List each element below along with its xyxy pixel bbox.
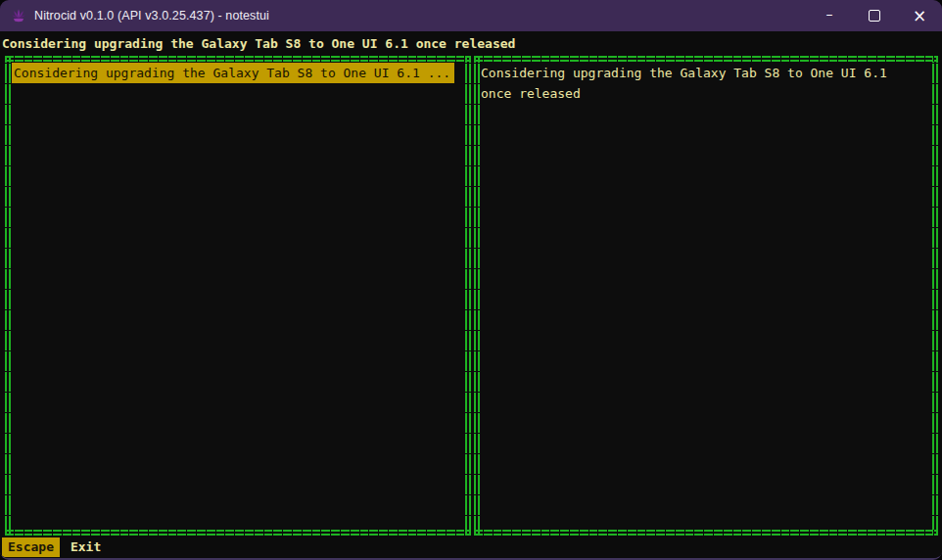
minimize-icon: – — [826, 7, 833, 21]
minimize-button[interactable]: – — [807, 0, 852, 31]
note-preview-panel: Considering upgrading the Galaxy Tab S8 … — [474, 56, 938, 536]
nitrocid-logo-icon — [11, 8, 26, 23]
window-title: Nitrocid v0.1.0 (API v3.0.25.437) - note… — [34, 9, 807, 23]
maximize-icon — [869, 10, 880, 22]
note-list-item[interactable]: Considering upgrading the Galaxy Tab S8 … — [12, 63, 454, 83]
title-bar[interactable]: Nitrocid v0.1.0 (API v3.0.25.437) - note… — [0, 0, 942, 31]
notes-list-panel[interactable]: Considering upgrading the Galaxy Tab S8 … — [5, 56, 471, 536]
maximize-button[interactable] — [852, 0, 897, 31]
keybindings-bar: Escape Exit — [0, 536, 942, 558]
current-note-title: Considering upgrading the Galaxy Tab S8 … — [0, 31, 942, 56]
nitrocid-window: Nitrocid v0.1.0 (API v3.0.25.437) - note… — [0, 0, 942, 560]
window-controls: – × — [807, 0, 942, 31]
exit-action-label: Exit — [71, 539, 101, 554]
escape-key-badge[interactable]: Escape — [2, 537, 60, 557]
note-preview-text: Considering upgrading the Galaxy Tab S8 … — [481, 63, 931, 104]
close-button[interactable]: × — [897, 0, 942, 31]
main-area: Considering upgrading the Galaxy Tab S8 … — [0, 56, 942, 536]
close-icon: × — [913, 8, 926, 24]
